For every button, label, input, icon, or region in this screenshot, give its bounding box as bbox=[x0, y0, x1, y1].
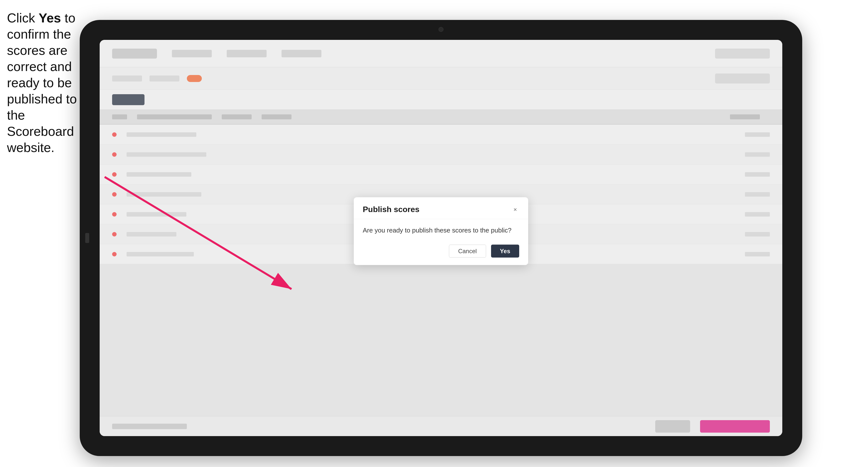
dialog-message: Are you ready to publish these scores to… bbox=[363, 226, 519, 235]
dialog-close-button[interactable]: × bbox=[511, 205, 519, 213]
tablet-screen: Publish scores × Are you ready to publis… bbox=[100, 40, 782, 436]
dialog-body: Are you ready to publish these scores to… bbox=[354, 219, 528, 240]
tablet-home-button[interactable] bbox=[85, 233, 89, 243]
tablet-device: Publish scores × Are you ready to publis… bbox=[80, 20, 802, 456]
dialog-overlay: Publish scores × Are you ready to publis… bbox=[100, 40, 782, 436]
dialog-header: Publish scores × bbox=[354, 197, 528, 219]
dialog-footer: Cancel Yes bbox=[354, 240, 528, 265]
cancel-button[interactable]: Cancel bbox=[449, 245, 486, 258]
publish-scores-dialog: Publish scores × Are you ready to publis… bbox=[354, 197, 528, 265]
dialog-title: Publish scores bbox=[363, 205, 420, 214]
yes-button[interactable]: Yes bbox=[491, 245, 519, 258]
instruction-text: Click Yes to confirm the scores are corr… bbox=[7, 10, 79, 156]
tablet-camera bbox=[438, 27, 443, 32]
